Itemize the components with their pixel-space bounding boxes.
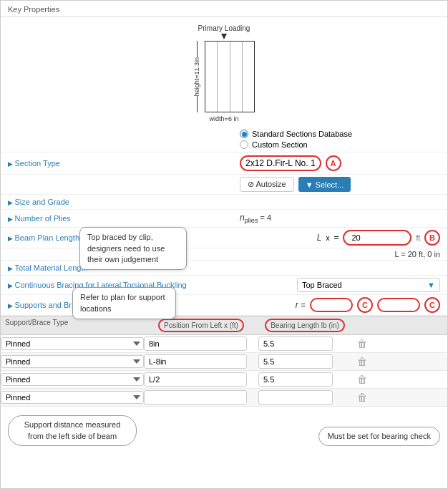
section-value-box[interactable]: 2x12 D.Fir-L No. 1 (240, 155, 321, 171)
table-row: Pinned 🗑 (1, 389, 447, 407)
row3-delete-cell[interactable]: 🗑 (351, 374, 373, 385)
row4-type-cell[interactable]: Pinned (1, 391, 144, 404)
row3-type-cell[interactable]: Pinned (1, 373, 144, 386)
dropdown-arrow-icon: ▼ (427, 281, 435, 289)
row2-pos-cell[interactable] (144, 354, 258, 369)
select-button[interactable]: ▼ Select... (298, 177, 351, 192)
autosize-select-row: ⊘ Autosize ▼ Select... (1, 175, 447, 195)
lx-var: L (317, 233, 322, 243)
standard-sections-radio[interactable] (240, 130, 248, 138)
row4-pos-input[interactable] (144, 390, 247, 405)
col-bearing-header: Bearing Length lb (in) (258, 319, 351, 332)
col-bearing-header-box: Bearing Length lb (in) (265, 319, 345, 332)
r-var: r = (296, 300, 306, 310)
row4-bearing-input[interactable] (258, 390, 333, 405)
custom-section-label: Custom Section (252, 140, 308, 149)
beam-stripe-2 (218, 42, 230, 112)
badge-c-left: C (357, 297, 373, 313)
row4-pos-cell[interactable] (144, 390, 258, 405)
row1-bearing-cell[interactable] (258, 337, 351, 351)
table-row: Pinned 🗑 (1, 335, 447, 353)
top-braced-dropdown[interactable]: Top Braced ▼ (297, 278, 440, 292)
nplies-section-label[interactable]: Number of Plies (8, 214, 130, 223)
col-type-header: Support/Brace Type (1, 319, 144, 332)
lx-row: Beam Plan Length Lx = ft B (1, 228, 447, 248)
bottom-callout-left: Support distance measured from the left … (8, 415, 137, 446)
col-pos-header: Position From Left x (ft) (144, 319, 258, 332)
tooltip-top-braced: Top braced by clip, designers need to us… (79, 227, 187, 270)
row1-delete-icon[interactable]: 🗑 (357, 338, 367, 349)
row1-pos-cell[interactable] (144, 337, 258, 351)
row1-bearing-input[interactable] (258, 337, 333, 351)
l-total-label: L = 20 ft, 0 in (395, 250, 441, 258)
size-grade-label[interactable]: Size and Grade (8, 198, 130, 206)
r-right-box[interactable] (377, 298, 420, 312)
row4-delete-icon[interactable]: 🗑 (357, 392, 367, 403)
nplies-var: n (240, 213, 245, 223)
beam-stripe-1 (205, 42, 218, 112)
height-dim-label: height=11.3in (193, 57, 200, 96)
continuous-bracing-row: Continuous Bracing for Lateral Torsional… (1, 276, 447, 295)
row3-bearing-input[interactable] (258, 372, 333, 387)
custom-section-option[interactable]: Custom Section (240, 140, 440, 149)
autosize-button[interactable]: ⊘ Autosize (240, 177, 294, 192)
table-header: Support/Brace Type Position From Left x … (1, 316, 447, 335)
beam-stripe-4 (243, 42, 254, 112)
database-row: Standard Sections Database Custom Sectio… (1, 127, 447, 152)
key-properties-panel: Key Properties Primary Loading height=11… (0, 0, 448, 489)
nplies-subscript: plies (245, 217, 258, 224)
width-dim-label: width=6 in (210, 115, 239, 122)
row4-type-select[interactable]: Pinned (1, 391, 144, 404)
bottom-callout-right: Must be set for bearing check (318, 427, 440, 446)
lx-eq: = (333, 233, 339, 243)
col-del-header (351, 319, 373, 332)
row1-type-select[interactable]: Pinned (1, 337, 144, 350)
table-row: Pinned 🗑 (1, 371, 447, 389)
table-body: Pinned 🗑 Pinned (1, 335, 447, 407)
standard-sections-option[interactable]: Standard Sections Database (240, 130, 440, 138)
row2-delete-cell[interactable]: 🗑 (351, 356, 373, 367)
beam-diagram-area: Primary Loading height=11.3in width=6 in (1, 17, 447, 127)
top-braced-value: Top Braced (302, 281, 342, 289)
row2-bearing-cell[interactable] (258, 354, 351, 369)
primary-loading-label: Primary Loading (198, 24, 250, 32)
loading-arrow-icon (221, 34, 227, 39)
row2-type-cell[interactable]: Pinned (1, 355, 144, 368)
row2-type-select[interactable]: Pinned (1, 355, 144, 368)
row1-pos-input[interactable] (144, 337, 247, 351)
row1-type-cell[interactable]: Pinned (1, 337, 144, 350)
panel-title: Key Properties (1, 1, 447, 17)
row2-pos-input[interactable] (144, 354, 247, 369)
custom-section-radio[interactable] (240, 140, 248, 149)
table-row: Pinned 🗑 (1, 353, 447, 371)
beam-cross-section (205, 41, 255, 112)
bottom-callouts-row: Support distance measured from the left … (1, 410, 447, 450)
col-pos-header-box: Position From Left x (ft) (158, 319, 244, 332)
r-left-box[interactable] (310, 298, 353, 312)
row2-bearing-input[interactable] (258, 354, 333, 369)
row2-delete-icon[interactable]: 🗑 (357, 356, 367, 367)
nplies-row: Number of Plies nplies = 4 (1, 210, 447, 228)
row3-pos-cell[interactable] (144, 372, 258, 387)
nplies-value: = 4 (260, 213, 272, 222)
row4-bearing-cell[interactable] (258, 390, 351, 405)
row4-delete-cell[interactable]: 🗑 (351, 392, 373, 403)
lx-input-box[interactable] (343, 230, 412, 246)
section-value: 2x12 D.Fir-L No. 1 (245, 158, 316, 168)
badge-a: A (326, 155, 341, 171)
row3-pos-input[interactable] (144, 372, 247, 387)
lx-input[interactable] (349, 233, 406, 243)
badge-c-right: C (424, 297, 440, 313)
tooltip-support-locations: Refer to plan for support locations (72, 287, 176, 319)
lx-subscript: x (326, 234, 329, 242)
l-total-row: L = 20 ft, 0 in (1, 248, 447, 261)
row3-bearing-cell[interactable] (258, 372, 351, 387)
section-type-label[interactable]: Section Type (8, 159, 130, 168)
size-grade-row: Size and Grade (1, 195, 447, 210)
beam-stripe-3 (230, 42, 243, 112)
lx-unit: ft (416, 234, 420, 242)
row1-delete-cell[interactable]: 🗑 (351, 338, 373, 349)
section-type-row: Section Type 2x12 D.Fir-L No. 1 A (1, 152, 447, 175)
row3-type-select[interactable]: Pinned (1, 373, 144, 386)
row3-delete-icon[interactable]: 🗑 (357, 374, 367, 385)
